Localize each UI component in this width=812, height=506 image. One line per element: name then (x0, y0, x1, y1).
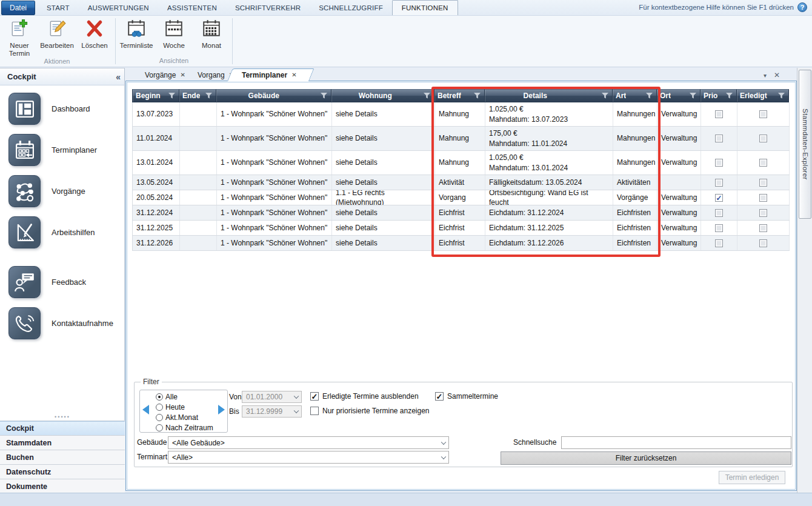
checkbox[interactable] (310, 392, 319, 401)
radio-nach-zeitraum[interactable]: Nach Zeitraum (156, 423, 213, 433)
checkbox[interactable] (310, 407, 319, 415)
stammdaten-explorer-tab[interactable]: Stammdaten-Explorer (799, 70, 811, 219)
ribbon-tab-assistenten[interactable]: ASSISTENTEN (158, 0, 226, 15)
terminart-combo[interactable]: <Alle> (168, 451, 449, 464)
nav-item-buchen[interactable]: Buchen (0, 450, 125, 465)
column-header-erledigt[interactable]: Erledigt (737, 89, 789, 102)
prio-checkbox[interactable] (715, 159, 723, 167)
sidebar-item-feedback[interactable]: Feedback (8, 266, 124, 298)
cell-ort (657, 175, 701, 190)
delete-button[interactable]: Löschen (78, 17, 111, 50)
cell-wohnung: 1.1 - EG rechts (Mietwohnung) (332, 190, 435, 205)
cell-prio (701, 127, 737, 150)
ribbon: Neuer Termin Bearbeiten Löschen Aktionen (0, 16, 812, 67)
column-header-ende[interactable]: Ende (179, 89, 216, 102)
edit-button[interactable]: Bearbeiten (40, 17, 74, 50)
week-view-button[interactable]: Woche (157, 17, 191, 50)
chevron-down-icon (294, 394, 299, 399)
right-dock-strip: Stammdaten-Explorer (797, 68, 812, 494)
erledigt-checkbox[interactable] (759, 179, 767, 187)
column-header-prio[interactable]: Prio (701, 89, 737, 102)
sidebar-item-kontaktaufnahme[interactable]: Kontaktaufnahme (8, 307, 124, 339)
erledigt-checkbox[interactable] (759, 135, 767, 142)
prio-checkbox[interactable] (715, 239, 723, 247)
prio-checkbox[interactable] (715, 209, 723, 217)
checkbox-sammeltermine[interactable]: Sammeltermine (435, 392, 498, 401)
radio-heute[interactable]: Heute (156, 402, 213, 412)
erledigt-checkbox[interactable] (759, 224, 767, 232)
prio-checkbox[interactable] (715, 135, 723, 142)
nav-item-dokumente[interactable]: Dokumente (0, 479, 125, 494)
month-view-button[interactable]: Monat (195, 17, 228, 50)
sidebar-item-terminplaner[interactable]: Terminplaner (8, 134, 124, 166)
prev-range-arrow-icon[interactable] (142, 405, 149, 414)
button-label: Bearbeiten (40, 42, 74, 50)
prio-checkbox[interactable] (715, 179, 723, 187)
radio-akt-monat[interactable]: Akt.Monat (156, 413, 213, 422)
prio-checkbox[interactable] (715, 194, 723, 202)
reset-filter-button[interactable]: Filter zurücksetzen (501, 451, 791, 465)
collapse-icon[interactable]: « (116, 72, 119, 82)
nav-item-stammdaten[interactable]: Stammdaten (0, 436, 125, 450)
filter-icon[interactable] (423, 92, 431, 99)
erledigt-checkbox[interactable] (759, 110, 767, 118)
doc-tab-terminplaner[interactable]: Terminplaner ✕ (227, 68, 309, 81)
tab-list-dropdown-icon[interactable]: ▾ (764, 72, 767, 79)
erledigt-checkbox[interactable] (759, 159, 767, 167)
help-icon[interactable]: ? (797, 2, 807, 12)
column-header-beginn[interactable]: Beginn (132, 89, 179, 102)
filter-icon[interactable] (205, 92, 213, 99)
filter-icon[interactable] (168, 92, 176, 99)
ribbon-group-label: Ansichten (119, 57, 228, 67)
gebaeude-combo[interactable]: <Alle Gebäude> (168, 436, 449, 449)
week-view-icon (164, 18, 184, 41)
checkbox-nur-priorisierte[interactable]: Nur priorisierte Termine anzeigen (310, 407, 430, 415)
appointment-list-button[interactable]: Terminliste (119, 17, 153, 50)
ribbon-group-label: Aktionen (2, 58, 111, 67)
complete-appointment-button[interactable]: Termin erledigen (719, 471, 785, 484)
radio-button[interactable] (156, 404, 163, 411)
nav-item-datenschutz[interactable]: Datenschutz (0, 465, 125, 479)
ribbon-tab-start[interactable]: START (38, 0, 79, 15)
checkbox[interactable] (435, 392, 444, 401)
filter-icon[interactable] (725, 92, 733, 99)
tab-strip-close-icon[interactable]: ✕ (774, 71, 780, 79)
filter-icon[interactable] (777, 92, 785, 99)
nav-item-cockpit[interactable]: Cockpit (0, 421, 125, 436)
ribbon-tab-schnellzugriff[interactable]: SCHNELLZUGRIFF (310, 0, 392, 15)
prio-checkbox[interactable] (715, 110, 723, 118)
checkbox-label: Nur priorisierte Termine anzeigen (322, 407, 430, 415)
radio-alle[interactable]: Alle (156, 392, 213, 402)
cell-beginn: 31.12.2025 (133, 221, 180, 235)
column-header-gebaeude[interactable]: Gebäude (216, 89, 331, 102)
filter-icon[interactable] (689, 92, 697, 99)
erledigt-checkbox[interactable] (759, 209, 767, 217)
filter-icon[interactable] (320, 92, 328, 99)
sidebar-item-dashboard[interactable]: Dashboard (8, 93, 124, 125)
radio-button[interactable] (156, 424, 163, 431)
radio-button[interactable] (156, 414, 163, 421)
cell-ende (180, 221, 217, 235)
file-menu-button[interactable]: Datei (1, 1, 35, 15)
erledigt-checkbox[interactable] (759, 239, 767, 247)
ribbon-tab-auswertungen[interactable]: AUSWERTUNGEN (79, 0, 158, 15)
schnellsuche-input[interactable] (561, 436, 791, 449)
new-appointment-button[interactable]: Neuer Termin (2, 17, 36, 58)
cell-beginn: 13.07.2023 (133, 102, 180, 126)
sidebar-item-vorgaenge[interactable]: Vorgänge (8, 175, 124, 207)
column-header-ort[interactable]: Ort (657, 89, 701, 102)
sidebar-item-label: Vorgänge (52, 187, 85, 196)
prio-checkbox[interactable] (715, 224, 723, 232)
erledigt-checkbox[interactable] (759, 194, 767, 202)
next-range-arrow-icon[interactable] (218, 405, 225, 414)
sidebar-item-arbeitshilfen[interactable]: Arbeitshilfen (8, 216, 124, 248)
sidebar-item-label: Feedback (52, 278, 86, 287)
column-header-wohnung[interactable]: Wohnung (331, 89, 434, 102)
radio-button[interactable] (156, 393, 163, 401)
checkbox-erledigte-ausblenden[interactable]: Erledigte Termine ausblenden (310, 392, 419, 401)
cell-erledigt (737, 221, 790, 235)
ribbon-tab-schriftverkehr[interactable]: SCHRIFTVERKEHR (226, 0, 310, 15)
sidebar-splitter[interactable]: ••••• (0, 414, 125, 420)
tab-close-icon[interactable]: ✕ (291, 72, 296, 78)
ribbon-tab-funktionen[interactable]: FUNKTIONEN (392, 0, 458, 15)
